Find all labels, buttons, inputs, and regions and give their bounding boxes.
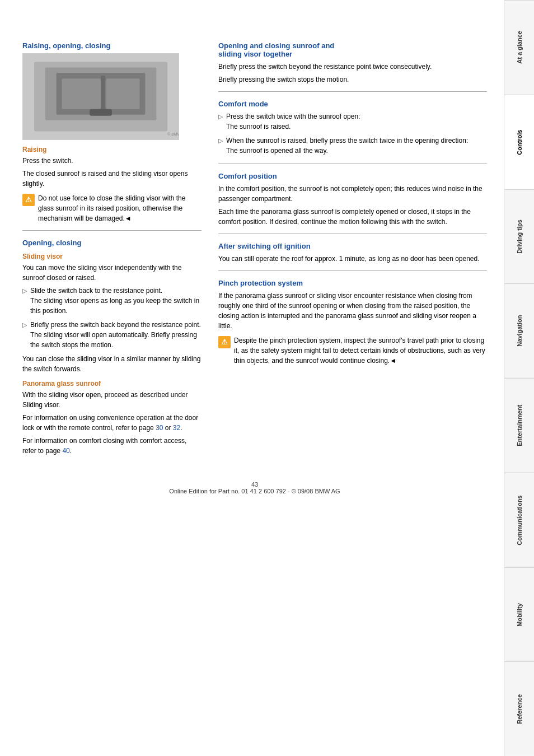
divider-3 — [218, 164, 487, 164]
sidebar-tab-controls[interactable]: Controls — [504, 95, 534, 189]
right-column: Opening and closing sunroof andsliding v… — [218, 34, 487, 459]
pinch-title: Pinch protection system — [218, 279, 487, 287]
sliding-visor-title: Sliding visor — [22, 253, 202, 260]
link-page-32[interactable]: 32 — [173, 424, 180, 432]
sidebar-tab-mobility[interactable]: Mobility — [504, 567, 534, 662]
svg-rect-7 — [90, 109, 112, 116]
main-content: Raising, opening, closing — [0, 0, 504, 756]
bullet-main-1: Slide the switch back to the resistance … — [30, 287, 162, 295]
ignition-title: After switching off ignition — [218, 242, 487, 250]
comfort-main-1: Press the switch twice with the sunroof … — [226, 113, 360, 120]
close-text: You can close the sliding visor in a sim… — [22, 354, 202, 374]
panorama-title: Panorama glass sunroof — [22, 380, 202, 388]
panorama-text-2: For information on using convenience ope… — [22, 413, 202, 433]
bullet-sub-1: The sliding visor opens as long as you k… — [30, 296, 202, 316]
warning-icon-1: ⚠ — [22, 194, 35, 206]
comfort-sub-1: The sunroof is raised. — [226, 122, 487, 132]
sidebar: At a glance Controls Driving tips Naviga… — [504, 0, 534, 756]
pinch-text: If the panorama glass sunroof or sliding… — [218, 291, 487, 331]
bullet-slide-1: ▷ Slide the switch back to the resistanc… — [22, 286, 202, 317]
opening-text-2: Briefly pressing the switch stops the mo… — [218, 74, 487, 85]
sunroof-image: © BMW AG — [22, 53, 179, 140]
warning-box-1: ⚠ Do not use force to close the sliding … — [22, 193, 202, 223]
link-page-40[interactable]: 40 — [62, 447, 69, 455]
warning-icon-2: ⚠ — [218, 336, 231, 348]
divider-1 — [22, 230, 202, 231]
link-page-30[interactable]: 30 — [156, 424, 163, 432]
ignition-text: You can still operate the roof for appro… — [218, 254, 487, 264]
sidebar-tab-communications[interactable]: Communications — [504, 473, 534, 567]
arrow-icon-4: ▷ — [218, 136, 223, 146]
sliding-intro: You can move the sliding visor independe… — [22, 263, 202, 283]
comfort-bullet-1: ▷ Press the switch twice with the sunroo… — [218, 111, 487, 133]
divider-5 — [218, 270, 487, 271]
panorama-text-3: For information on comfort closing with … — [22, 436, 202, 456]
subsection-raising-title: Raising — [22, 146, 202, 153]
svg-text:© BMW AG: © BMW AG — [167, 132, 179, 136]
comfort-pos-1: In the comfort position, the sunroof is … — [218, 184, 487, 204]
page-number: 43 — [251, 481, 258, 488]
section-raising-title: Raising, opening, closing — [22, 41, 202, 50]
warning-text-2: Despite the pinch protection system, ins… — [234, 335, 487, 366]
arrow-icon-2: ▷ — [22, 320, 27, 330]
svg-rect-5 — [106, 78, 140, 109]
section-opening-title: Opening, closing — [22, 239, 202, 247]
panorama-text-1: With the sliding visor open, proceed as … — [22, 390, 202, 410]
raising-text-2: The closed sunroof is raised and the sli… — [22, 169, 202, 189]
page-footer: 43 Online Edition for Part no. 01 41 2 6… — [22, 475, 487, 494]
bullet-sub-2: The sliding visor will open automaticall… — [30, 330, 202, 350]
sidebar-tab-entertainment[interactable]: Entertainment — [504, 378, 534, 473]
divider-2 — [218, 91, 487, 92]
comfort-main-2: When the sunroof is raised, briefly pres… — [226, 137, 468, 144]
raising-text-1: Press the switch. — [22, 156, 202, 166]
arrow-icon-3: ▷ — [218, 112, 223, 122]
comfort-pos-2: Each time the panorama glass sunroof is … — [218, 207, 487, 227]
footer-text: Online Edition for Part no. 01 41 2 600 … — [169, 488, 340, 494]
sidebar-tab-reference[interactable]: Reference — [504, 661, 534, 756]
opening-closing-title: Opening and closing sunroof andsliding v… — [218, 41, 487, 58]
comfort-position-title: Comfort position — [218, 172, 487, 180]
svg-rect-6 — [101, 76, 105, 112]
comfort-sub-2: The sunroof is opened all the way. — [226, 146, 487, 156]
opening-text-1: Briefly press the switch beyond the resi… — [218, 62, 487, 72]
left-column: Raising, opening, closing — [22, 34, 202, 459]
divider-4 — [218, 234, 487, 234]
bullet-slide-2: ▷ Briefly press the switch back beyond t… — [22, 320, 202, 351]
arrow-icon-1: ▷ — [22, 286, 27, 296]
warning-text-1: Do not use force to close the sliding vi… — [38, 193, 202, 223]
sidebar-tab-driving-tips[interactable]: Driving tips — [504, 189, 534, 284]
sidebar-tab-navigation[interactable]: Navigation — [504, 283, 534, 378]
bullet-main-2: Briefly press the switch back beyond the… — [30, 321, 201, 329]
svg-rect-4 — [62, 78, 101, 109]
warning-box-2: ⚠ Despite the pinch protection system, i… — [218, 335, 487, 366]
comfort-bullet-2: ▷ When the sunroof is raised, briefly pr… — [218, 136, 487, 157]
comfort-mode-title: Comfort mode — [218, 100, 487, 108]
sidebar-tab-at-a-glance[interactable]: At a glance — [504, 0, 534, 95]
